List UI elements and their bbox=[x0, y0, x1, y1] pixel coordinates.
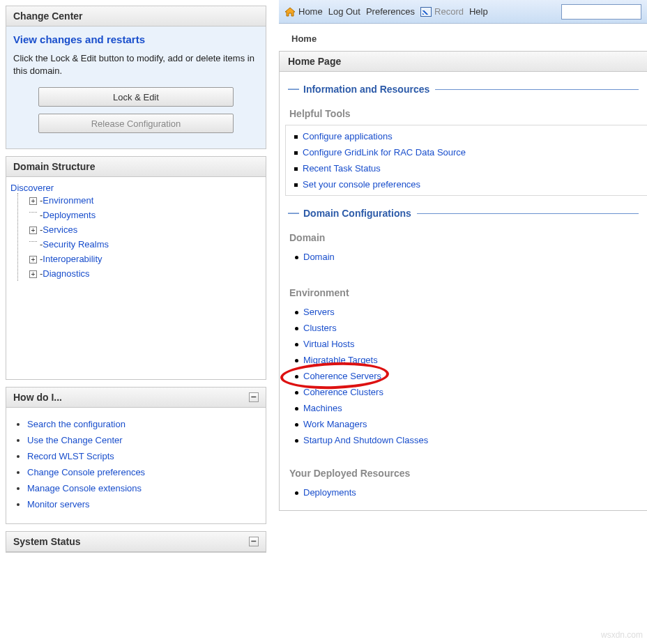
domain-structure-panel: Domain Structure Discoverer +-Environmen… bbox=[6, 156, 266, 380]
breadcrumb: Home bbox=[279, 24, 647, 51]
record-nav: Record bbox=[420, 6, 464, 17]
how-do-i-link[interactable]: Change Console preferences bbox=[27, 467, 145, 477]
list-item: Configure applications bbox=[286, 128, 647, 144]
tree-leaf-icon bbox=[29, 212, 37, 220]
home-icon bbox=[284, 7, 296, 17]
expand-icon[interactable]: + bbox=[29, 227, 37, 234]
collapse-icon[interactable]: ‒ bbox=[249, 392, 259, 402]
list-item: Coherence Servers bbox=[287, 368, 647, 384]
domain-config-header: — Domain Configurations bbox=[280, 200, 647, 222]
lock-edit-button[interactable]: Lock & Edit bbox=[38, 87, 234, 107]
helpful-link[interactable]: Recent Task Status bbox=[303, 163, 381, 174]
list-item: Work Managers bbox=[287, 416, 647, 432]
search-input[interactable] bbox=[561, 4, 641, 20]
environment-link[interactable]: Startup And Shutdown Classes bbox=[303, 435, 428, 445]
how-do-i-link[interactable]: Search the configuration bbox=[27, 419, 125, 429]
environment-link[interactable]: Clusters bbox=[303, 323, 337, 333]
change-center-title: Change Center bbox=[6, 6, 266, 26]
view-changes-link[interactable]: View changes and restarts bbox=[13, 33, 259, 45]
collapse-dash-icon[interactable]: — bbox=[288, 207, 299, 220]
prefs-nav[interactable]: Preferences bbox=[366, 6, 415, 17]
domain-sub-header: Domain bbox=[280, 222, 647, 246]
top-toolbar: Home Log Out Preferences Record Help bbox=[279, 0, 647, 24]
tree-node[interactable]: Environment bbox=[43, 195, 93, 206]
collapse-icon[interactable]: ‒ bbox=[249, 537, 259, 546]
list-item: Recent Task Status bbox=[286, 160, 647, 176]
home-content: — Information and Resources Helpful Tool… bbox=[279, 72, 647, 511]
environment-link[interactable]: Work Managers bbox=[303, 419, 367, 429]
info-section-header: — Information and Resources bbox=[280, 76, 647, 98]
environment-sub-header: Environment bbox=[280, 268, 647, 301]
tree-node[interactable]: Interoperability bbox=[43, 254, 102, 264]
helpful-link[interactable]: Configure applications bbox=[303, 131, 393, 141]
list-item: Virtual Hosts bbox=[287, 336, 647, 352]
logout-nav[interactable]: Log Out bbox=[328, 6, 360, 17]
how-do-i-link[interactable]: Manage Console extensions bbox=[27, 483, 142, 493]
list-item: Migratable Targets bbox=[287, 352, 647, 368]
system-status-title: System Status bbox=[13, 536, 80, 547]
list-item: Startup And Shutdown Classes bbox=[287, 432, 647, 448]
environment-link[interactable]: Virtual Hosts bbox=[303, 339, 354, 349]
record-icon bbox=[420, 7, 432, 17]
domain-tree: Discoverer +-Environment-Deployments+-Se… bbox=[13, 183, 259, 281]
environment-link[interactable]: Servers bbox=[303, 307, 335, 317]
list-item: Machines bbox=[287, 400, 647, 416]
how-do-i-list: Search the configurationUse the Change C… bbox=[27, 416, 259, 512]
how-do-i-link[interactable]: Record WLST Scripts bbox=[27, 451, 114, 461]
environment-list: ServersClustersVirtual HostsMigratable T… bbox=[287, 304, 647, 448]
list-item: Configure GridLink for RAC Data Source bbox=[286, 144, 647, 160]
change-center-panel: Change Center View changes and restarts … bbox=[6, 6, 266, 149]
helpful-tools-list: Configure applicationsConfigure GridLink… bbox=[285, 125, 647, 196]
environment-link[interactable]: Coherence Clusters bbox=[303, 387, 383, 397]
home-nav[interactable]: Home bbox=[284, 6, 323, 17]
how-do-i-link[interactable]: Monitor servers bbox=[27, 499, 90, 509]
system-status-panel: System Status ‒ bbox=[6, 531, 266, 553]
tree-node[interactable]: Services bbox=[43, 224, 77, 235]
environment-link[interactable]: Migratable Targets bbox=[303, 355, 378, 365]
helpful-link[interactable]: Set your console preferences bbox=[303, 179, 420, 190]
expand-icon[interactable]: + bbox=[29, 197, 37, 205]
list-item: Set your console preferences bbox=[286, 176, 647, 192]
release-config-button[interactable]: Release Configuration bbox=[38, 114, 234, 133]
deployed-link[interactable]: Deployments bbox=[303, 487, 356, 498]
help-nav[interactable]: Help bbox=[469, 6, 488, 17]
collapse-dash-icon[interactable]: — bbox=[288, 83, 299, 95]
expand-icon[interactable]: + bbox=[29, 270, 37, 278]
page-title: Home Page bbox=[279, 51, 647, 72]
tree-node[interactable]: Diagnostics bbox=[43, 268, 89, 279]
list-item: Clusters bbox=[287, 320, 647, 336]
domain-structure-title: Domain Structure bbox=[6, 157, 266, 177]
how-do-i-panel: How do I... ‒ Search the configurationUs… bbox=[6, 387, 266, 524]
change-center-hint: Click the Lock & Edit button to modify, … bbox=[13, 52, 259, 77]
domain-list: Domain bbox=[287, 249, 647, 265]
tree-node[interactable]: Security Realms bbox=[43, 239, 109, 250]
tree-node[interactable]: Deployments bbox=[43, 210, 96, 220]
helpful-link[interactable]: Configure GridLink for RAC Data Source bbox=[303, 147, 466, 158]
list-item: Coherence Clusters bbox=[287, 384, 647, 400]
svg-marker-0 bbox=[285, 8, 295, 16]
deployed-list: Deployments bbox=[287, 484, 647, 500]
list-item: Domain bbox=[287, 249, 647, 265]
how-do-i-link[interactable]: Use the Change Center bbox=[27, 435, 123, 445]
domain-link[interactable]: Domain bbox=[303, 252, 335, 262]
environment-link[interactable]: Machines bbox=[303, 403, 342, 413]
how-do-i-title: How do I... bbox=[13, 392, 62, 403]
list-item: Deployments bbox=[287, 484, 647, 500]
environment-link[interactable]: Coherence Servers bbox=[303, 371, 381, 381]
helpful-tools-header: Helpful Tools bbox=[280, 98, 647, 122]
deployed-sub-header: Your Deployed Resources bbox=[280, 451, 647, 482]
list-item: Servers bbox=[287, 304, 647, 320]
tree-root[interactable]: Discoverer bbox=[10, 183, 54, 193]
tree-leaf-icon bbox=[29, 241, 37, 249]
expand-icon[interactable]: + bbox=[29, 256, 37, 263]
watermark: wsxdn.com bbox=[601, 630, 643, 640]
